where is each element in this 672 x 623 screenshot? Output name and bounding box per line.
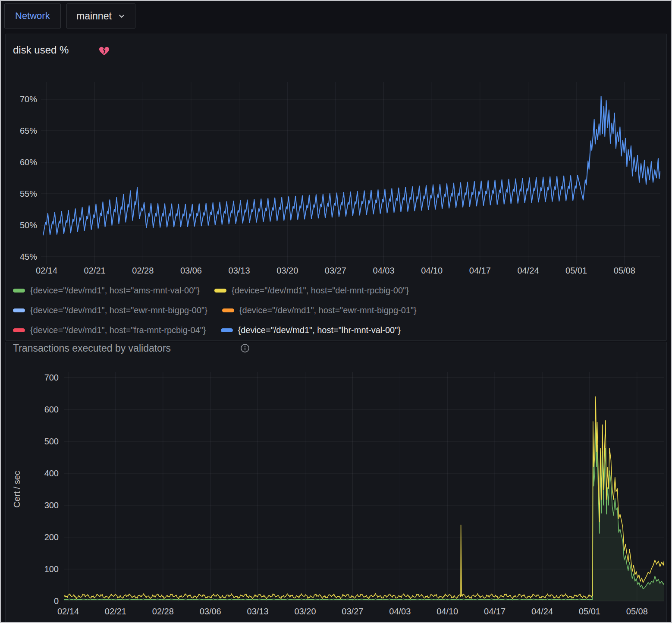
y-tick-label: 400 [24, 469, 59, 478]
disk-panel-title: disk used % [13, 44, 69, 56]
x-tick-label: 03/20 [286, 607, 325, 617]
legend-label: {device="/dev/md1", host="del-mnt-rpcbig… [232, 286, 409, 296]
legend-label: {device="/dev/md1", host="lhr-mnt-val-00… [238, 325, 401, 335]
series-color-pill [221, 328, 233, 332]
y-tick-label: 50% [6, 220, 37, 230]
x-tick-label: 04/17 [461, 266, 499, 276]
y-tick-label: 700 [24, 373, 59, 383]
y-tick-label: 100 [24, 564, 59, 574]
legend-label: {device="/dev/md1", host="ams-mnt-val-00… [30, 286, 200, 296]
x-tick-label: 02/28 [123, 266, 162, 276]
y-tick-label: 45% [6, 252, 37, 262]
series-color-pill [222, 308, 234, 312]
x-tick-label: 03/13 [239, 607, 277, 617]
legend-label: {device="/dev/md1", host="ewr-mnt-bigpg-… [239, 305, 417, 315]
y-axis-title: Cert / sec [12, 446, 22, 532]
tx-plot-area[interactable] [64, 372, 664, 601]
legend-item[interactable]: {device="/dev/md1", host="ams-mnt-val-00… [13, 286, 200, 296]
x-tick-label: 05/01 [570, 607, 609, 617]
legend-item[interactable]: {device="/dev/md1", host="del-mnt-rpcbig… [214, 286, 409, 296]
variable-label: Network [15, 10, 50, 22]
y-tick-label: 55% [6, 189, 37, 199]
legend-row: {device="/dev/md1", host="ams-mnt-val-00… [13, 280, 656, 300]
x-tick-label: 03/06 [191, 607, 230, 617]
legend-label: {device="/dev/md1", host="ewr-mnt-bigpg-… [30, 305, 207, 315]
x-tick-label: 04/10 [428, 607, 467, 617]
x-tick-label: 04/03 [380, 607, 419, 617]
legend-item[interactable]: {device="/dev/md1", host="ewr-mnt-bigpg-… [222, 305, 417, 315]
x-tick-label: 02/14 [49, 607, 88, 617]
x-tick-label: 04/03 [364, 266, 403, 276]
legend-item[interactable]: {device="/dev/md1", host="ewr-mnt-bigpg-… [13, 305, 207, 315]
legend-label: {device="/dev/md1", host="fra-mnt-rpcbig… [30, 325, 206, 335]
x-tick-label: 04/24 [509, 266, 548, 276]
legend-row: {device="/dev/md1", host="ewr-mnt-bigpg-… [13, 300, 656, 320]
y-tick-label: 0 [24, 596, 59, 606]
series-color-pill [13, 289, 25, 293]
series-color-pill [13, 308, 25, 312]
y-tick-label: 600 [24, 405, 59, 415]
x-tick-label: 02/21 [75, 266, 114, 276]
y-tick-label: 500 [24, 437, 59, 447]
x-tick-label: 05/08 [605, 266, 644, 276]
chevron-down-icon [118, 12, 126, 20]
x-tick-label: 04/17 [475, 607, 514, 617]
network-variable-value: mainnet [76, 10, 112, 22]
x-tick-label: 03/27 [333, 607, 372, 617]
series-color-pill [214, 289, 226, 293]
x-tick-label: 03/06 [172, 266, 210, 276]
y-tick-label: 70% [6, 94, 37, 104]
heart-break-icon [98, 45, 110, 58]
x-tick-label: 05/01 [557, 266, 596, 276]
y-tick-label: 65% [6, 126, 37, 136]
legend-item[interactable]: {device="/dev/md1", host="fra-mnt-rpcbig… [13, 325, 206, 335]
legend-item[interactable]: {device="/dev/md1", host="lhr-mnt-val-00… [221, 325, 401, 335]
y-tick-label: 300 [24, 500, 59, 510]
tx-panel-title: Transactions executed by validators [13, 343, 171, 354]
variable-label-box: Network [4, 3, 61, 28]
x-tick-label: 02/14 [27, 266, 66, 276]
info-icon[interactable] [240, 343, 250, 355]
x-tick-label: 02/21 [96, 607, 135, 617]
x-tick-label: 04/24 [523, 607, 562, 617]
disk-legend: {device="/dev/md1", host="ams-mnt-val-00… [13, 280, 656, 340]
y-tick-label: 60% [6, 157, 37, 167]
network-variable-dropdown[interactable]: mainnet [66, 3, 135, 28]
x-tick-label: 03/20 [268, 266, 307, 276]
x-tick-label: 04/10 [412, 266, 451, 276]
legend-row: {device="/dev/md1", host="fra-mnt-rpcbig… [13, 320, 656, 340]
disk-plot-area[interactable] [41, 82, 660, 264]
x-tick-label: 03/27 [316, 266, 355, 276]
series-color-pill [13, 328, 25, 332]
x-tick-label: 03/13 [220, 266, 259, 276]
y-tick-label: 200 [24, 532, 59, 542]
x-tick-label: 05/08 [618, 607, 656, 617]
x-tick-label: 02/28 [144, 607, 182, 617]
